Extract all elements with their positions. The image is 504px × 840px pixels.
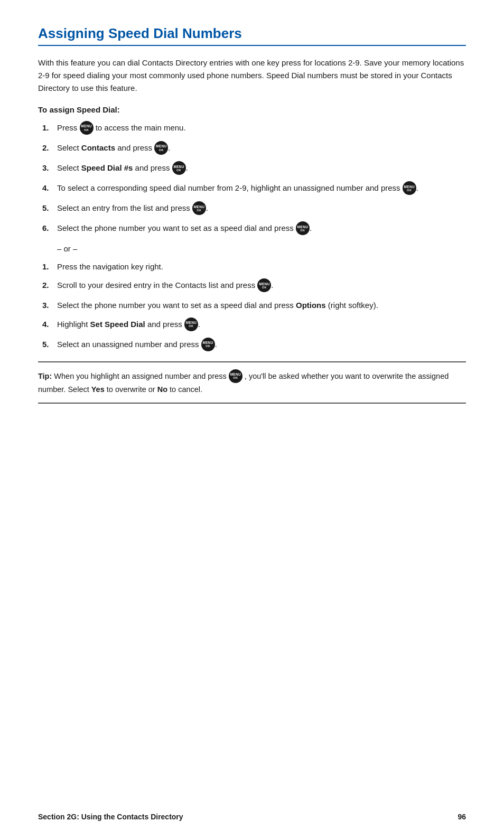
- step-content: Select Speed Dial #s and press MENUOK.: [57, 162, 466, 175]
- menu-button-icon: MENUOK: [296, 221, 310, 235]
- list-item: 6. Select the phone number you want to s…: [38, 222, 466, 236]
- menu-button-icon: MENUOK: [229, 369, 242, 383]
- page-footer: Section 2G: Using the Contacts Directory…: [38, 813, 466, 821]
- step-number: 3.: [38, 162, 57, 174]
- step-content: Scroll to your desired entry in the Cont…: [57, 279, 466, 293]
- step-number: 6.: [38, 222, 57, 234]
- step-number: 5.: [38, 202, 57, 214]
- list-item: 4. To select a corresponding speed dial …: [38, 182, 466, 195]
- step-number: 1.: [38, 122, 57, 134]
- method-two-steps: 1. Press the navigation key right. 2. Sc…: [38, 260, 466, 352]
- step-content: Press MENUOK to access the main menu.: [57, 122, 466, 135]
- menu-button-icon: MENUOK: [201, 338, 215, 351]
- list-item: 1. Press the navigation key right.: [38, 260, 466, 273]
- section-label: To assign Speed Dial:: [38, 105, 466, 114]
- menu-button-icon: MENUOK: [192, 201, 206, 215]
- footer-right: 96: [458, 813, 466, 821]
- step-content: Select the phone number you want to set …: [57, 222, 466, 236]
- step-number: 2.: [38, 279, 57, 291]
- list-item: 5. Select an entry from the list and pre…: [38, 202, 466, 216]
- list-item: 1. Press MENUOK to access the main menu.: [38, 122, 466, 135]
- intro-text: With this feature you can dial Contacts …: [38, 57, 466, 95]
- list-item: 3. Select the phone number you want to s…: [38, 299, 466, 311]
- list-item: 5. Select an unassigned number and press…: [38, 338, 466, 352]
- list-item: 3. Select Speed Dial #s and press MENUOK…: [38, 162, 466, 175]
- tip-box: Tip: When you highlight an assigned numb…: [38, 361, 466, 404]
- menu-button-icon: MENUOK: [154, 141, 168, 155]
- step-content: Press the navigation key right.: [57, 260, 466, 273]
- menu-button-icon: MENUOK: [184, 318, 198, 331]
- menu-button-icon: MENUOK: [403, 181, 416, 195]
- step-content: Select an unassigned number and press ME…: [57, 338, 466, 352]
- method-one-steps: 1. Press MENUOK to access the main menu.…: [38, 122, 466, 236]
- footer-left: Section 2G: Using the Contacts Directory: [38, 813, 183, 821]
- tip-text: When you highlight an assigned number an…: [54, 372, 228, 380]
- page-title: Assigning Speed Dial Numbers: [38, 25, 466, 46]
- step-number: 4.: [38, 182, 57, 194]
- step-number: 5.: [38, 338, 57, 350]
- list-item: 2. Scroll to your desired entry in the C…: [38, 279, 466, 293]
- step-number: 2.: [38, 142, 57, 154]
- step-content: Select Contacts and press MENUOK.: [57, 142, 466, 155]
- menu-button-icon: MENUOK: [172, 161, 186, 175]
- step-content: Select an entry from the list and press …: [57, 202, 466, 216]
- menu-button-icon: MENUOK: [80, 121, 94, 135]
- step-content: Select the phone number you want to set …: [57, 299, 466, 311]
- menu-button-icon: MENUOK: [257, 278, 271, 292]
- step-content: Highlight Set Speed Dial and press MENUO…: [57, 318, 466, 332]
- page-container: Assigning Speed Dial Numbers With this f…: [0, 0, 504, 435]
- step-number: 3.: [38, 299, 57, 311]
- or-divider: – or –: [57, 244, 466, 253]
- step-number: 1.: [38, 260, 57, 273]
- list-item: 4. Highlight Set Speed Dial and press ME…: [38, 318, 466, 332]
- tip-label: Tip:: [38, 372, 52, 380]
- step-number: 4.: [38, 318, 57, 330]
- step-content: To select a corresponding speed dial num…: [57, 182, 466, 195]
- list-item: 2. Select Contacts and press MENUOK.: [38, 142, 466, 155]
